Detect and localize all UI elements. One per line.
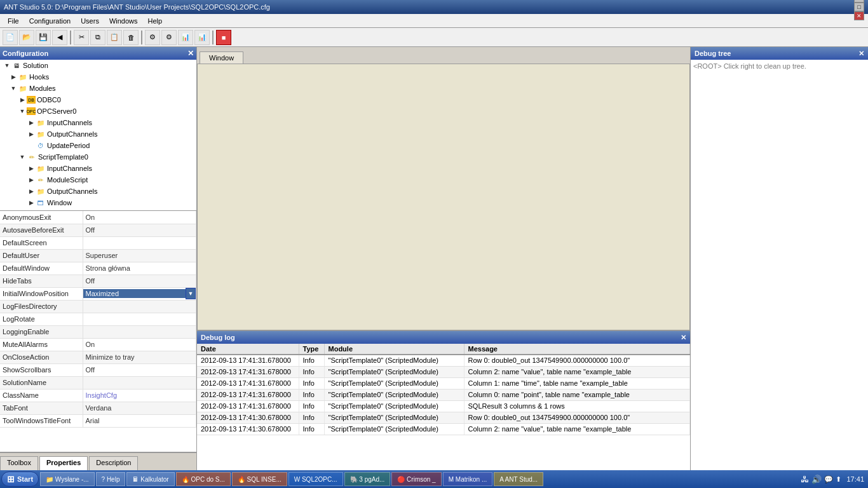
initialpos-dropdown[interactable]: Maximized ▼ xyxy=(83,288,196,299)
toolbar-stop[interactable]: ■ xyxy=(216,30,231,45)
menu-users[interactable]: Users xyxy=(76,16,104,26)
log-cell-message: Row 0: double0_out 1347549900.000000000 … xyxy=(464,412,690,423)
tree-item-outputchannels2[interactable]: ▶ 📁 OutputChannels xyxy=(0,186,196,197)
config-panel-close[interactable]: ✕ xyxy=(187,49,194,58)
prop-val-oncloseaction[interactable]: Minimize to tray xyxy=(83,351,196,363)
tree-item-window[interactable]: ▶ 🗔 Window xyxy=(0,197,196,208)
tree-item-modules[interactable]: ▼ 📁 Modules xyxy=(0,83,196,94)
toolbar-save[interactable]: 💾 xyxy=(36,30,51,45)
toolbar-btn11[interactable]: 📊 xyxy=(178,30,193,45)
prop-val-logrotate[interactable] xyxy=(83,313,196,325)
tray-icon-network: 🖧 xyxy=(801,475,809,484)
title-bar: ANT Studio 5.0: D:\Program Files\ANT Stu… xyxy=(0,0,868,14)
toolbar-paste[interactable]: 📋 xyxy=(107,30,122,45)
tree-item-opcserver0[interactable]: ▼ OPC OPCServer0 xyxy=(0,105,196,117)
menu-help[interactable]: Help xyxy=(143,16,168,26)
prop-val-toolwindowstitlefont[interactable]: Arial xyxy=(83,414,196,427)
initialpos-dropdown-btn[interactable]: ▼ xyxy=(186,288,196,299)
toolbar-btn10[interactable]: ⚙ xyxy=(161,30,177,45)
taskbar-btn-kalkulator[interactable]: 🖩 Kalkulator xyxy=(126,472,174,486)
taskbar-btn-pgadmin[interactable]: 🐘 3 pgAd... xyxy=(344,472,391,486)
expander-oc1[interactable]: ▶ xyxy=(27,130,36,139)
taskbar-btn-help[interactable]: ? Help xyxy=(96,472,126,486)
toolbar-new[interactable]: 📄 xyxy=(3,30,18,45)
start-button[interactable]: ⊞ Start xyxy=(1,471,39,487)
taskbar-btn-sql2opc[interactable]: W SQL2OPC... xyxy=(288,472,343,486)
prop-val-defaultwindow[interactable]: Strona główna xyxy=(83,262,196,274)
expander-st0[interactable]: ▼ xyxy=(18,152,27,161)
debug-tree-panel: Debug tree ✕ <ROOT> Click right to clean… xyxy=(690,47,868,470)
prop-val-loggingenable[interactable] xyxy=(83,325,196,338)
toolbar-btn4[interactable]: ◀ xyxy=(52,30,67,45)
prop-row-mutealarms: MuteAllAlarms On xyxy=(0,338,196,351)
prop-val-anonymousexit[interactable]: On xyxy=(83,211,196,224)
toolbar-copy[interactable]: ⧉ xyxy=(90,30,105,45)
tree-item-inputchannels1[interactable]: ▶ 📁 InputChannels xyxy=(0,117,196,128)
tree-item-inputchannels2[interactable]: ▶ 📁 InputChannels xyxy=(0,163,196,174)
tree-item-modulescript[interactable]: ▶ ✏ ModuleScript xyxy=(0,174,196,186)
taskbar-btn-sql[interactable]: 🔥 SQL INSE... xyxy=(232,472,287,486)
taskbar-btn-matrikon[interactable]: M Matrikon ... xyxy=(443,472,493,486)
expander-ic2[interactable]: ▶ xyxy=(27,164,36,173)
expander-oc2[interactable]: ▶ xyxy=(27,187,36,196)
log-cell-module: "ScriptTemplate0" (ScriptedModule) xyxy=(324,400,464,412)
expander-opcserver0[interactable]: ▼ xyxy=(18,107,27,116)
taskbar-btn-wyslane[interactable]: 📁 Wysłane -... xyxy=(40,472,94,486)
toolbar-btn9[interactable]: ⚙ xyxy=(145,30,160,45)
main-content xyxy=(197,64,690,330)
maximize-button[interactable]: □ xyxy=(854,3,864,11)
expander-modules[interactable]: ▼ xyxy=(9,84,18,93)
tree-item-scripttemplate0[interactable]: ▼ ✏ ScriptTemplate0 xyxy=(0,151,196,163)
expander-solution[interactable]: ▼ xyxy=(3,61,11,70)
log-cell-message: SQLResult 3 columns & 1 rows xyxy=(464,400,690,412)
taskbar-btn-antstudio[interactable]: A ANT Stud... xyxy=(494,472,543,486)
toolbar-cut[interactable]: ✂ xyxy=(74,30,89,45)
prop-val-autosave[interactable]: Off xyxy=(83,224,196,236)
tree-item-odbc0[interactable]: ▶ DB ODBC0 xyxy=(0,94,196,105)
toolbar-btn12[interactable]: 📊 xyxy=(194,30,210,45)
tree-panel[interactable]: ▼ 🖥 Solution ▶ 📁 Hooks ▼ 📁 Modules ▶ DB … xyxy=(0,60,196,211)
taskbar-right: 🖧 🔊 💬 ⬆ 17:41 xyxy=(801,475,867,484)
menu-configuration[interactable]: Configuration xyxy=(24,16,76,26)
debug-tree-close[interactable]: ✕ xyxy=(858,50,864,58)
prop-row-oncloseaction: OnCloseAction Minimize to tray xyxy=(0,351,196,363)
expander-odbc0[interactable]: ▶ xyxy=(18,95,27,104)
menu-file[interactable]: File xyxy=(3,16,24,26)
tree-item-solution[interactable]: ▼ 🖥 Solution xyxy=(0,60,196,71)
debug-log-table-wrapper[interactable]: Date Type Module Message 2012-09-13 17:4… xyxy=(197,344,690,470)
debug-log-close[interactable]: ✕ xyxy=(681,334,686,342)
tree-item-outputchannels1[interactable]: ▶ 📁 OutputChannels xyxy=(0,128,196,140)
tree-label-hooks: Hooks xyxy=(29,73,49,81)
taskbar-btn-opc[interactable]: 🔥 OPC do S... xyxy=(176,472,231,486)
prop-val-initialpos[interactable]: Maximized ▼ xyxy=(83,287,196,300)
taskbar-btn-crimson[interactable]: 🔴 Crimson _ xyxy=(391,472,441,486)
prop-val-defaultscreen[interactable] xyxy=(83,236,196,249)
prop-val-defaultuser[interactable]: Superuser xyxy=(83,249,196,262)
prop-key-autosave: AutosaveBeforeExit xyxy=(0,224,83,236)
window-tab[interactable]: Window xyxy=(200,51,243,64)
prop-val-mutealarms[interactable]: On xyxy=(83,338,196,351)
prop-val-hidetabs[interactable]: Off xyxy=(83,274,196,287)
expander-ms[interactable]: ▶ xyxy=(27,175,36,184)
close-button[interactable]: ✕ xyxy=(854,11,864,20)
toolbar-delete[interactable]: 🗑 xyxy=(123,30,139,45)
expander-win[interactable]: ▶ xyxy=(27,198,36,207)
log-table: Date Type Module Message 2012-09-13 17:4… xyxy=(197,344,690,435)
prop-val-showscrollbars[interactable]: Off xyxy=(83,363,196,376)
log-col-date: Date xyxy=(197,344,299,355)
expander-hooks[interactable]: ▶ xyxy=(9,72,18,81)
menu-windows[interactable]: Windows xyxy=(104,16,143,26)
expander-ic1[interactable]: ▶ xyxy=(27,118,36,127)
props-panel: AnonymousExit On AutosaveBeforeExit Off … xyxy=(0,211,196,452)
tree-item-updateperiod[interactable]: ⏱ UpdatePeriod xyxy=(0,140,196,151)
tree-item-hooks[interactable]: ▶ 📁 Hooks xyxy=(0,71,196,83)
tab-description[interactable]: Description xyxy=(89,456,138,470)
tab-toolbox[interactable]: Toolbox xyxy=(0,456,38,470)
prop-val-solutionname[interactable] xyxy=(83,376,196,389)
tab-properties[interactable]: Properties xyxy=(39,456,88,470)
prop-val-logfilesdirectory[interactable] xyxy=(83,300,196,313)
toolbar-open[interactable]: 📂 xyxy=(19,30,34,45)
prop-row-defaultwindow: DefaultWindow Strona główna xyxy=(0,262,196,274)
prop-val-classname[interactable]: InsightCfg xyxy=(83,389,196,402)
prop-val-tabfont[interactable]: Verdana xyxy=(83,402,196,414)
